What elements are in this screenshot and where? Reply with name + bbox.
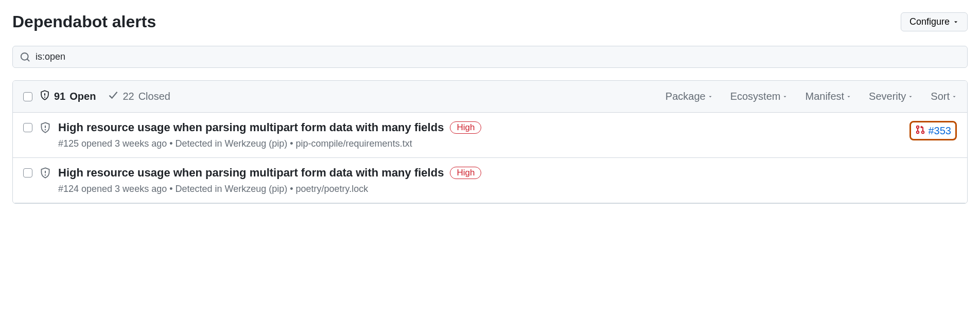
alert-meta: #124 opened 3 weeks ago • Detected in We… (58, 184, 957, 194)
closed-count: 22 (122, 91, 134, 102)
pr-link[interactable]: #353 (929, 125, 952, 137)
open-count: 91 (54, 91, 65, 102)
severity-badge: High (450, 167, 481, 179)
check-icon (108, 90, 118, 103)
shield-alert-icon (40, 90, 50, 103)
alert-row: High resource usage when parsing multipa… (13, 113, 967, 158)
open-tab[interactable]: 91 Open (40, 90, 96, 103)
filter-package[interactable]: Package (666, 91, 713, 102)
closed-label: Closed (138, 91, 170, 102)
svg-point-3 (916, 131, 919, 134)
caret-down-icon (908, 94, 913, 99)
caret-down-icon (952, 94, 957, 99)
svg-point-2 (916, 126, 919, 129)
search-box[interactable] (12, 46, 968, 68)
open-label: Open (69, 91, 96, 102)
filter-bar: Package Ecosystem Manifest Severity Sort (666, 91, 957, 102)
caret-down-icon (782, 94, 787, 99)
shield-alert-icon (40, 167, 51, 181)
alert-checkbox[interactable] (23, 168, 32, 178)
select-all-checkbox[interactable] (23, 92, 32, 101)
svg-point-4 (921, 131, 924, 134)
alerts-list: 91 Open 22 Closed Package Ecosystem Man (12, 80, 968, 204)
alert-title-link[interactable]: High resource usage when parsing multipa… (58, 166, 444, 180)
svg-point-5 (45, 174, 46, 175)
page-header: Dependabot alerts Configure (12, 12, 968, 31)
pull-request-icon (915, 125, 925, 137)
alert-row: High resource usage when parsing multipa… (13, 158, 967, 203)
shield-alert-icon (40, 122, 51, 135)
caret-down-icon (846, 94, 851, 99)
svg-point-1 (45, 129, 46, 130)
severity-badge: High (450, 121, 481, 134)
alert-meta: #125 opened 3 weeks ago • Detected in We… (58, 138, 902, 149)
svg-point-0 (44, 97, 45, 98)
configure-button[interactable]: Configure (901, 12, 968, 31)
alert-checkbox[interactable] (23, 123, 32, 132)
closed-tab[interactable]: 22 Closed (108, 90, 170, 103)
caret-down-icon (953, 19, 959, 25)
filter-manifest[interactable]: Manifest (805, 91, 851, 102)
alert-title-link[interactable]: High resource usage when parsing multipa… (58, 121, 444, 134)
pr-link-highlight: #353 (909, 121, 957, 140)
filter-ecosystem[interactable]: Ecosystem (730, 91, 788, 102)
list-header: 91 Open 22 Closed Package Ecosystem Man (13, 81, 967, 113)
filter-severity[interactable]: Severity (869, 91, 913, 102)
search-input[interactable] (36, 51, 960, 62)
caret-down-icon (708, 94, 713, 99)
filter-sort[interactable]: Sort (931, 91, 957, 102)
search-icon (20, 52, 30, 62)
page-title: Dependabot alerts (12, 12, 156, 31)
configure-label: Configure (909, 16, 950, 27)
